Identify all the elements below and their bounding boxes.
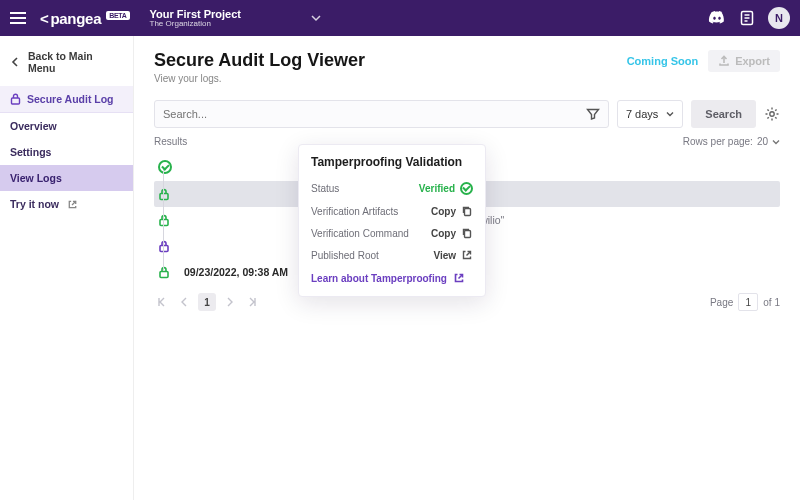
sidebar-item-view-logs[interactable]: View Logs: [0, 165, 133, 191]
popover-row-published-root[interactable]: Published Root View: [311, 244, 473, 266]
sidebar: Back to Main Menu Secure Audit Log Overv…: [0, 36, 134, 500]
lock-icon: [158, 188, 170, 200]
date-range-select[interactable]: 7 days: [617, 100, 683, 128]
svg-rect-8: [160, 246, 168, 252]
lock-icon: [158, 266, 170, 278]
external-link-icon: [453, 272, 465, 284]
page-indicator: Page of 1: [710, 293, 780, 311]
coming-soon-label: Coming Soon: [627, 55, 699, 67]
topbar-actions: N: [708, 7, 790, 29]
sidebar-item-overview[interactable]: Overview: [0, 113, 133, 139]
project-name: Your First Project: [150, 8, 241, 20]
main-content: Secure Audit Log Viewer View your logs. …: [134, 36, 800, 500]
export-button: Export: [708, 50, 780, 72]
caret-down-icon: [772, 138, 780, 146]
caret-down-icon: [666, 110, 674, 118]
search-input-wrap[interactable]: [154, 100, 609, 128]
svg-rect-11: [465, 231, 471, 238]
copy-icon: [461, 227, 473, 239]
popover-row-status: Status Verified: [311, 177, 473, 200]
topbar: <pangea BETA Your First Project The Orga…: [0, 0, 800, 36]
lock-icon: [10, 93, 21, 105]
svg-point-5: [770, 112, 774, 116]
svg-rect-4: [12, 98, 20, 104]
learn-tamperproofing-link[interactable]: Learn about Tamperproofing: [311, 272, 473, 284]
page-input[interactable]: [738, 293, 758, 311]
lock-icon: [158, 214, 170, 226]
search-button[interactable]: Search: [691, 100, 756, 128]
project-selector[interactable]: Your First Project The Organization: [150, 8, 241, 29]
chevron-down-icon[interactable]: [311, 13, 321, 23]
page-title: Secure Audit Log Viewer: [154, 50, 365, 71]
page-first-button[interactable]: [154, 294, 170, 310]
check-circle-icon: [158, 160, 172, 174]
log-time: 09/23/2022, 09:38 AM: [184, 266, 294, 278]
back-to-main[interactable]: Back to Main Menu: [0, 46, 133, 86]
logo[interactable]: <pangea BETA: [40, 10, 130, 27]
popover-row-command[interactable]: Verification Command Copy: [311, 222, 473, 244]
org-name: The Organization: [150, 20, 241, 29]
avatar[interactable]: N: [768, 7, 790, 29]
tamperproofing-popover: Tamperproofing Validation Status Verifie…: [298, 144, 486, 297]
page-next-button[interactable]: [222, 294, 238, 310]
external-link-icon: [461, 249, 473, 261]
external-link-icon: [67, 199, 78, 210]
lock-icon: [158, 240, 170, 252]
menu-icon[interactable]: [10, 8, 30, 28]
page-prev-button[interactable]: [176, 294, 192, 310]
popover-row-artifacts[interactable]: Verification Artifacts Copy: [311, 200, 473, 222]
sidebar-section-title[interactable]: Secure Audit Log: [0, 86, 133, 113]
results-label: Results: [154, 136, 187, 147]
popover-title: Tamperproofing Validation: [311, 155, 473, 169]
page-number-current[interactable]: 1: [198, 293, 216, 311]
discord-icon[interactable]: [708, 9, 726, 27]
check-circle-icon: [460, 182, 473, 195]
page-subtitle: View your logs.: [154, 73, 365, 84]
pagination: 1: [154, 293, 260, 311]
copy-icon: [461, 205, 473, 217]
page-last-button[interactable]: [244, 294, 260, 310]
docs-icon[interactable]: [738, 9, 756, 27]
svg-rect-10: [465, 209, 471, 216]
sidebar-item-try-it-now[interactable]: Try it now: [0, 191, 133, 217]
svg-rect-9: [160, 272, 168, 278]
arrow-left-icon: [10, 56, 22, 68]
sidebar-item-settings[interactable]: Settings: [0, 139, 133, 165]
svg-rect-7: [160, 220, 168, 226]
gear-icon[interactable]: [764, 106, 780, 122]
rows-per-page[interactable]: Rows per page: 20: [683, 136, 780, 147]
search-bar: 7 days Search: [154, 100, 780, 128]
upload-icon: [718, 55, 730, 67]
filter-icon[interactable]: [586, 107, 600, 121]
search-input[interactable]: [163, 108, 586, 120]
beta-badge: BETA: [106, 11, 129, 20]
svg-rect-6: [160, 194, 168, 200]
